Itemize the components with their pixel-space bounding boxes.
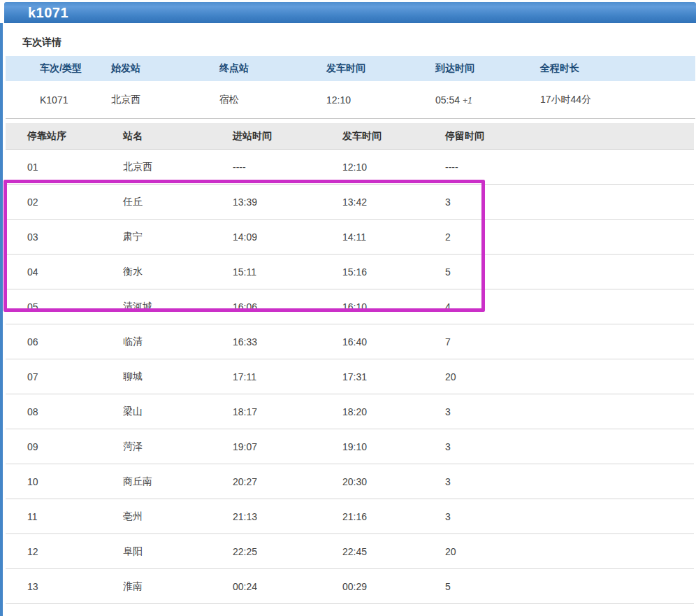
stop-station-cell: 临清 — [122, 324, 232, 359]
stop-row: 01北京西----12:10---- — [6, 150, 694, 185]
stop-row: 03肃宁14:0914:112 — [6, 220, 694, 255]
stop-row: 13淮南00:2400:295 — [6, 569, 694, 604]
stop-arrive-cell: 15:11 — [232, 255, 342, 289]
stop-depart-cell: 16:40 — [342, 324, 444, 359]
stop-depart-cell: 16:10 — [342, 289, 444, 324]
stop-duration-cell: 20 — [444, 359, 694, 394]
stop-row: 02任丘13:3913:423 — [6, 185, 694, 220]
stop-duration-cell: 2 — [444, 220, 694, 255]
stop-seq-cell: 10 — [6, 464, 122, 499]
stop-depart-cell: 02:32 — [342, 604, 444, 616]
stop-station-cell: 淮南 — [122, 569, 232, 604]
stop-duration-cell: 7 — [444, 324, 694, 359]
stop-seq-cell: 08 — [6, 394, 122, 429]
stop-seq-cell: 04 — [6, 255, 122, 289]
stop-seq-cell: 11 — [6, 499, 122, 534]
stop-row: 14合肥01:5002:3242 — [6, 604, 694, 616]
stop-seq-cell: 05 — [6, 289, 122, 324]
stop-arrive-cell: 17:11 — [232, 359, 342, 394]
stop-arrive-cell: 19:07 — [232, 429, 342, 464]
stop-depart-cell: 12:10 — [342, 150, 444, 185]
stop-arrive-cell: 16:06 — [232, 289, 342, 324]
stop-duration-cell: 5 — [444, 569, 694, 604]
summary-header-train-type: 车次/类型 — [6, 56, 110, 81]
stop-station-cell: 任丘 — [122, 185, 232, 220]
train-number-cell: K1071 — [6, 81, 110, 119]
stop-station-cell: 清河城 — [122, 289, 232, 324]
summary-header-origin: 始发站 — [110, 56, 219, 81]
summary-header-row: 车次/类型 始发站 终点站 发车时间 到达时间 全程时长 — [6, 56, 695, 81]
summary-header-duration: 全程时长 — [539, 56, 695, 81]
stop-duration-cell: 3 — [444, 394, 694, 429]
stop-duration-cell: 3 — [444, 185, 694, 220]
stop-depart-cell: 21:16 — [342, 499, 444, 534]
stop-station-cell: 衡水 — [122, 255, 232, 289]
stop-seq-cell: 09 — [6, 429, 122, 464]
stop-duration-cell: 20 — [444, 534, 694, 569]
stop-seq-cell: 03 — [6, 220, 122, 255]
stop-depart-cell: 00:29 — [342, 569, 444, 604]
stop-row: 08梁山18:1718:203 — [6, 394, 694, 429]
duration-cell: 17小时44分 — [539, 81, 695, 119]
stop-station-cell: 阜阳 — [122, 534, 232, 569]
stop-duration-cell: 3 — [444, 499, 694, 534]
stop-depart-cell: 22:45 — [342, 534, 444, 569]
stop-arrive-cell: 00:24 — [232, 569, 342, 604]
summary-data-row: K1071 北京西 宿松 12:10 05:54+1 17小时44分 — [6, 81, 695, 119]
content-panel: 车次详情 车次/类型 始发站 终点站 发车时间 到达时间 全程时长 K1071 … — [0, 23, 696, 616]
stop-station-cell: 北京西 — [122, 150, 232, 185]
stop-arrive-cell: 21:13 — [232, 499, 342, 534]
arrive-day-offset: +1 — [463, 96, 472, 106]
stop-depart-cell: 18:20 — [342, 394, 444, 429]
stop-station-cell: 梁山 — [122, 394, 232, 429]
stop-seq-cell: 02 — [6, 185, 122, 220]
stop-duration-cell: 3 — [444, 464, 694, 499]
stop-depart-cell: 14:11 — [342, 220, 444, 255]
summary-header-terminus: 终点站 — [219, 56, 326, 81]
stop-duration-cell: 4 — [444, 289, 694, 324]
stop-row: 11亳州21:1321:163 — [6, 499, 694, 534]
stop-row: 09菏泽19:0719:103 — [6, 429, 694, 464]
stop-arrive-cell: 14:09 — [232, 220, 342, 255]
stop-depart-cell: 17:31 — [342, 359, 444, 394]
stop-row: 10商丘南20:2720:303 — [6, 464, 694, 499]
title-bar: k1071 — [4, 2, 696, 23]
stop-depart-cell: 15:16 — [342, 255, 444, 289]
origin-cell: 北京西 — [110, 81, 219, 119]
stop-station-cell: 亳州 — [122, 499, 232, 534]
stop-row: 12阜阳22:2522:4520 — [6, 534, 694, 569]
stop-duration-cell: 42 — [444, 604, 694, 616]
stop-duration-cell: 3 — [444, 429, 694, 464]
stop-row: 06临清16:3316:407 — [6, 324, 694, 359]
stop-seq-cell: 01 — [6, 150, 122, 185]
stop-seq-cell: 14 — [6, 604, 122, 616]
stops-header-station: 站名 — [122, 123, 232, 150]
terminus-cell: 宿松 — [219, 81, 326, 119]
stop-arrive-cell: 16:33 — [232, 324, 342, 359]
stop-arrive-cell: 20:27 — [232, 464, 342, 499]
arrive-time-cell: 05:54+1 — [435, 81, 539, 119]
stop-seq-cell: 13 — [6, 569, 122, 604]
train-summary-table: 车次/类型 始发站 终点站 发车时间 到达时间 全程时长 K1071 北京西 宿… — [6, 56, 695, 119]
stop-duration-cell: 5 — [444, 255, 694, 289]
stop-row: 07聊城17:1117:3120 — [6, 359, 694, 394]
stop-station-cell: 商丘南 — [122, 464, 232, 499]
stop-station-cell: 菏泽 — [122, 429, 232, 464]
stop-depart-cell: 20:30 — [342, 464, 444, 499]
stop-arrive-cell: ---- — [232, 150, 342, 185]
stop-arrive-cell: 01:50 — [232, 604, 342, 616]
stop-station-cell: 聊城 — [122, 359, 232, 394]
stop-arrive-cell: 18:17 — [232, 394, 342, 429]
arrive-time: 05:54 — [435, 94, 460, 106]
stop-seq-cell: 07 — [6, 359, 122, 394]
stop-arrive-cell: 22:25 — [232, 534, 342, 569]
stop-arrive-cell: 13:39 — [232, 185, 342, 220]
section-title: 车次详情 — [3, 23, 696, 56]
stops-header-stop-time: 停留时间 — [444, 123, 694, 150]
stops-header-seq: 停靠站序 — [6, 123, 122, 150]
stop-row: 04衡水15:1115:165 — [6, 255, 694, 289]
stop-depart-cell: 19:10 — [342, 429, 444, 464]
depart-time-cell: 12:10 — [326, 81, 435, 119]
stop-station-cell: 肃宁 — [122, 220, 232, 255]
stop-row: 05清河城16:0616:104 — [6, 289, 694, 324]
